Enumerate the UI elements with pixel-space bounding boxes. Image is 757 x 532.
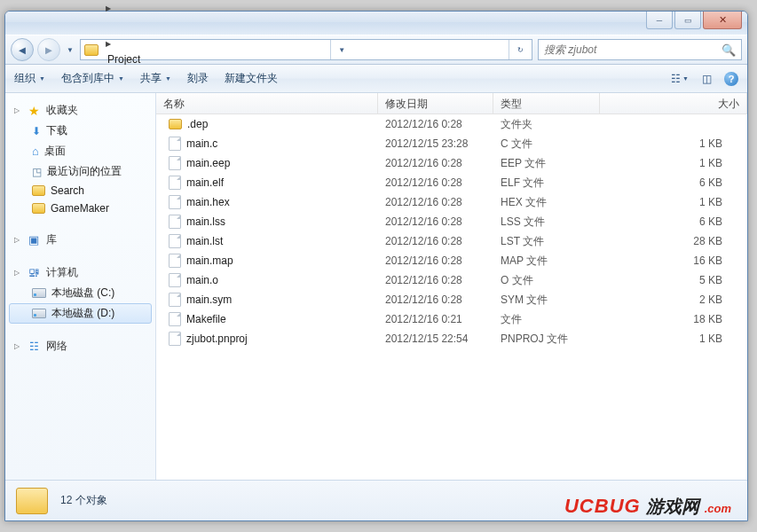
- file-size: 1 KB: [600, 332, 747, 345]
- file-date: 2012/12/16 0:28: [378, 235, 493, 247]
- file-row[interactable]: main.hex2012/12/16 0:28HEX 文件1 KB: [156, 192, 747, 212]
- folder-icon: [16, 488, 48, 514]
- file-row[interactable]: Makefile2012/12/16 0:21文件18 KB: [156, 309, 747, 329]
- sidebar-item[interactable]: ⬇下载: [9, 121, 152, 141]
- libraries-header[interactable]: ▷▣ 库: [9, 230, 152, 250]
- status-text: 12 个对象: [60, 493, 107, 508]
- file-row[interactable]: main.lst2012/12/16 0:28LST 文件28 KB: [156, 231, 747, 251]
- sidebar-item-label: 本地磁盘 (D:): [51, 306, 114, 321]
- file-date: 2012/12/16 0:28: [378, 254, 493, 267]
- file-row[interactable]: main.sym2012/12/16 0:28SYM 文件2 KB: [156, 290, 747, 309]
- file-row[interactable]: .dep2012/12/16 0:28文件夹: [156, 114, 747, 134]
- sidebar-item[interactable]: ◳最近访问的位置: [9, 161, 152, 182]
- file-type: PNPROJ 文件: [493, 332, 600, 347]
- file-icon: [169, 195, 181, 209]
- file-size: 1 KB: [600, 157, 747, 169]
- file-date: 2012/12/16 0:21: [378, 313, 493, 325]
- minimize-button[interactable]: ─: [646, 12, 673, 29]
- column-size[interactable]: 大小: [600, 93, 747, 113]
- titlebar[interactable]: ─ ▭ ✕: [5, 12, 747, 35]
- network-header[interactable]: ▷☷ 网络: [9, 336, 152, 356]
- file-type: ELF 文件: [493, 176, 600, 191]
- sidebar-drive[interactable]: 本地磁盘 (C:): [9, 283, 152, 303]
- maximize-button[interactable]: ▭: [674, 12, 701, 29]
- file-icon: [169, 234, 181, 248]
- file-pane: 名称 修改日期 类型 大小 .dep2012/12/16 0:28文件夹main…: [156, 93, 747, 480]
- refresh-button[interactable]: ▼: [330, 40, 353, 59]
- sidebar-item[interactable]: GameMaker: [9, 200, 152, 217]
- file-row[interactable]: zjubot.pnproj2012/12/15 22:54PNPROJ 文件1 …: [156, 329, 747, 348]
- sidebar-item[interactable]: Search: [9, 182, 152, 200]
- file-row[interactable]: main.lss2012/12/16 0:28LSS 文件6 KB: [156, 212, 747, 231]
- sidebar-drive[interactable]: 本地磁盘 (D:): [9, 303, 152, 324]
- file-date: 2012/12/16 0:28: [378, 274, 493, 286]
- file-row[interactable]: main.c2012/12/15 23:28C 文件1 KB: [156, 134, 747, 153]
- file-name: zjubot.pnproj: [186, 332, 248, 345]
- file-row[interactable]: main.o2012/12/16 0:28O 文件5 KB: [156, 270, 747, 290]
- file-type: SYM 文件: [493, 293, 600, 308]
- column-date[interactable]: 修改日期: [378, 93, 493, 113]
- search-box[interactable]: 🔍: [538, 39, 742, 60]
- navigation-bar: ◄ ► ▼ 计算机▶本地磁盘 (D:)▶Project▶zjubot▶ ▼ ↻ …: [5, 35, 747, 65]
- close-button[interactable]: ✕: [703, 12, 742, 29]
- chevron-right-icon[interactable]: ▶: [102, 40, 114, 48]
- sidebar-item[interactable]: ⌂桌面: [9, 141, 152, 161]
- folder-icon: [84, 44, 99, 56]
- drive-icon: [32, 309, 46, 318]
- file-icon: [169, 332, 181, 346]
- file-list[interactable]: .dep2012/12/16 0:28文件夹main.c2012/12/15 2…: [156, 114, 747, 480]
- organize-button[interactable]: 组织▼: [14, 71, 45, 86]
- file-size: 6 KB: [600, 215, 747, 228]
- sidebar-item-label: 下载: [46, 123, 67, 138]
- file-type: EEP 文件: [493, 156, 600, 171]
- new-folder-button[interactable]: 新建文件夹: [225, 71, 278, 86]
- computer-header[interactable]: ▷🖳 计算机: [9, 262, 152, 283]
- file-type: C 文件: [493, 137, 600, 152]
- burn-button[interactable]: 刻录: [187, 71, 209, 86]
- favorites-header[interactable]: ▷★ 收藏夹: [9, 100, 152, 121]
- file-type: LST 文件: [493, 234, 600, 249]
- status-bar: 12 个对象 UCBUG 游戏网 .com: [5, 480, 747, 520]
- file-date: 2012/12/16 0:28: [378, 157, 493, 169]
- toolbar: 组织▼ 包含到库中▼ 共享▼ 刻录 新建文件夹 ☷ ▼ ◫ ?: [5, 65, 747, 93]
- column-type[interactable]: 类型: [493, 93, 600, 113]
- explorer-window: ─ ▭ ✕ ◄ ► ▼ 计算机▶本地磁盘 (D:)▶Project▶zjubot…: [4, 11, 748, 521]
- sidebar-item-label: 本地磁盘 (C:): [51, 286, 114, 301]
- column-name[interactable]: 名称: [156, 93, 378, 113]
- sidebar-item-label: GameMaker: [51, 202, 109, 215]
- history-dropdown[interactable]: ▼: [64, 38, 76, 61]
- help-button[interactable]: ?: [724, 72, 738, 86]
- file-date: 2012/12/16 0:28: [378, 118, 493, 130]
- share-button[interactable]: 共享▼: [140, 71, 171, 86]
- file-name: main.elf: [186, 176, 224, 189]
- file-date: 2012/12/16 0:28: [378, 215, 493, 228]
- file-date: 2012/12/16 0:28: [378, 176, 493, 189]
- file-icon: [169, 215, 181, 229]
- sidebar[interactable]: ▷★ 收藏夹 ⬇下载⌂桌面◳最近访问的位置SearchGameMaker ▷▣ …: [5, 93, 156, 480]
- refresh-icon[interactable]: ↻: [509, 40, 532, 59]
- file-type: HEX 文件: [493, 195, 600, 210]
- file-name: main.sym: [186, 293, 232, 306]
- file-size: 6 KB: [600, 176, 747, 189]
- search-input[interactable]: [544, 43, 718, 56]
- file-name: .dep: [187, 118, 208, 130]
- file-icon: [169, 137, 181, 151]
- address-bar[interactable]: 计算机▶本地磁盘 (D:)▶Project▶zjubot▶ ▼ ↻: [80, 39, 532, 60]
- file-size: 28 KB: [600, 235, 747, 247]
- include-library-button[interactable]: 包含到库中▼: [61, 71, 124, 86]
- file-size: 18 KB: [600, 313, 747, 325]
- file-row[interactable]: main.eep2012/12/16 0:28EEP 文件1 KB: [156, 153, 747, 173]
- file-row[interactable]: main.map2012/12/16 0:28MAP 文件16 KB: [156, 251, 747, 270]
- file-name: main.map: [186, 254, 233, 267]
- file-size: 1 KB: [600, 137, 747, 150]
- file-name: main.o: [186, 274, 218, 286]
- file-name: main.hex: [186, 196, 230, 208]
- view-button[interactable]: ☷ ▼: [671, 71, 689, 87]
- folder-icon: [169, 119, 182, 129]
- back-button[interactable]: ◄: [11, 38, 34, 61]
- column-headers[interactable]: 名称 修改日期 类型 大小: [156, 93, 747, 114]
- file-row[interactable]: main.elf2012/12/16 0:28ELF 文件6 KB: [156, 173, 747, 192]
- search-icon: 🔍: [722, 43, 736, 57]
- preview-pane-button[interactable]: ◫: [698, 71, 715, 87]
- forward-button[interactable]: ►: [37, 38, 60, 61]
